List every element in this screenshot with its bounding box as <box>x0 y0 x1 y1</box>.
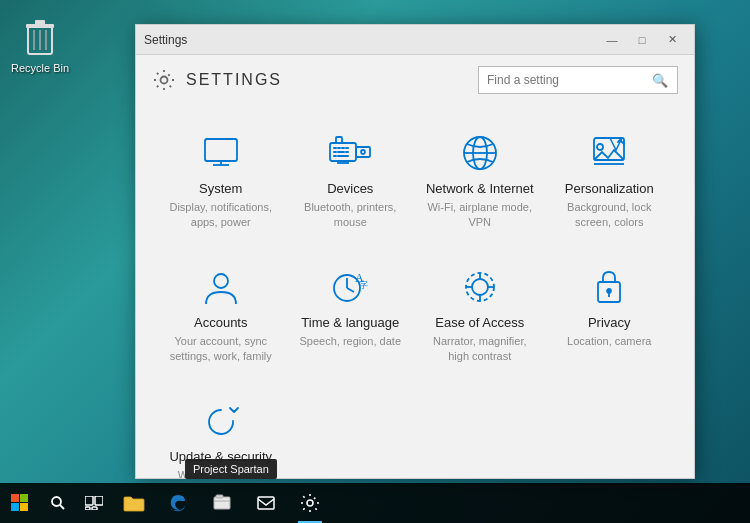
privacy-icon <box>594 267 624 307</box>
svg-rect-52 <box>85 496 93 505</box>
devices-icon <box>328 133 372 173</box>
taskbar-spartan[interactable] <box>244 483 288 523</box>
svg-rect-49 <box>20 503 28 511</box>
update-icon <box>202 401 240 441</box>
desktop: Recycle Bin Settings — □ ✕ SETTINGS <box>0 0 750 523</box>
svg-rect-11 <box>356 147 370 157</box>
personalization-desc: Background, lockscreen, colors <box>567 200 651 231</box>
tooltip-project-spartan: Project Spartan <box>185 459 277 479</box>
settings-item-system[interactable]: System Display, notifications,apps, powe… <box>156 115 286 249</box>
svg-rect-46 <box>11 494 19 502</box>
settings-gear-icon <box>152 68 176 92</box>
time-icon: A 字 <box>331 267 369 307</box>
svg-rect-54 <box>85 507 90 510</box>
recycle-bin-icon[interactable]: Recycle Bin <box>10 15 70 74</box>
svg-line-51 <box>60 505 64 509</box>
system-icon <box>201 133 241 173</box>
taskbar-file-manager[interactable] <box>200 483 244 523</box>
settings-item-network[interactable]: Network & Internet Wi-Fi, airplane mode,… <box>415 115 545 249</box>
svg-rect-13 <box>336 137 342 143</box>
start-button[interactable] <box>0 483 40 523</box>
title-bar-controls: — □ ✕ <box>598 30 686 50</box>
taskbar-settings[interactable] <box>288 483 332 523</box>
maximize-button[interactable]: □ <box>628 30 656 50</box>
accounts-name: Accounts <box>194 315 247 330</box>
privacy-name: Privacy <box>588 315 631 330</box>
svg-point-50 <box>52 497 61 506</box>
settings-header: SETTINGS 🔍 <box>136 55 694 105</box>
task-view-button[interactable] <box>76 483 112 523</box>
svg-point-44 <box>607 289 611 293</box>
settings-grid: System Display, notifications,apps, powe… <box>136 105 694 478</box>
title-bar: Settings — □ ✕ <box>136 25 694 55</box>
recycle-bin-label: Recycle Bin <box>11 62 69 74</box>
ease-icon <box>461 267 499 307</box>
search-icon: 🔍 <box>652 73 668 88</box>
svg-point-24 <box>361 150 365 154</box>
ease-name: Ease of Access <box>435 315 524 330</box>
svg-rect-12 <box>338 161 348 163</box>
settings-window: Settings — □ ✕ SETTINGS 🔍 <box>135 24 695 479</box>
svg-rect-59 <box>258 497 274 509</box>
taskbar-search-button[interactable] <box>40 483 76 523</box>
minimize-button[interactable]: — <box>598 30 626 50</box>
taskbar-edge[interactable] <box>156 483 200 523</box>
personalization-icon <box>590 133 628 173</box>
svg-rect-56 <box>214 497 230 509</box>
accounts-icon <box>202 267 240 307</box>
svg-rect-53 <box>95 496 103 505</box>
settings-item-personalization[interactable]: Personalization Background, lockscreen, … <box>545 115 675 249</box>
svg-text:字: 字 <box>359 280 368 290</box>
network-desc: Wi-Fi, airplane mode,VPN <box>427 200 532 231</box>
svg-rect-7 <box>205 139 237 161</box>
system-name: System <box>199 181 242 196</box>
taskbar <box>0 483 750 523</box>
taskbar-file-explorer[interactable] <box>112 483 156 523</box>
devices-desc: Bluetooth, printers,mouse <box>304 200 396 231</box>
svg-rect-48 <box>11 503 19 511</box>
time-desc: Speech, region, date <box>299 334 401 349</box>
devices-name: Devices <box>327 181 373 196</box>
svg-point-38 <box>472 279 488 295</box>
recycle-bin-graphic <box>20 15 60 59</box>
settings-item-privacy[interactable]: Privacy Location, camera <box>545 249 675 383</box>
search-input[interactable] <box>487 73 652 87</box>
svg-line-34 <box>347 288 354 292</box>
settings-item-time[interactable]: A 字 Time & language Speech, region, date <box>286 249 416 383</box>
svg-point-31 <box>214 274 228 288</box>
svg-point-60 <box>307 500 313 506</box>
svg-point-30 <box>597 144 603 150</box>
close-button[interactable]: ✕ <box>658 30 686 50</box>
ease-desc: Narrator, magnifier,high contrast <box>433 334 527 365</box>
settings-title: SETTINGS <box>186 71 468 89</box>
settings-item-devices[interactable]: Devices Bluetooth, printers,mouse <box>286 115 416 249</box>
settings-item-accounts[interactable]: Accounts Your account, syncsettings, wor… <box>156 249 286 383</box>
title-bar-title: Settings <box>144 33 598 47</box>
personalization-name: Personalization <box>565 181 654 196</box>
search-box[interactable]: 🔍 <box>478 66 678 94</box>
svg-rect-47 <box>20 494 28 502</box>
network-icon <box>461 133 499 173</box>
taskbar-pinned-apps <box>112 483 332 523</box>
settings-item-ease[interactable]: Ease of Access Narrator, magnifier,high … <box>415 249 545 383</box>
privacy-desc: Location, camera <box>567 334 651 349</box>
network-name: Network & Internet <box>426 181 534 196</box>
svg-rect-58 <box>216 495 223 498</box>
svg-rect-55 <box>92 507 97 510</box>
accounts-desc: Your account, syncsettings, work, family <box>170 334 272 365</box>
svg-rect-2 <box>35 20 45 25</box>
time-name: Time & language <box>301 315 399 330</box>
system-desc: Display, notifications,apps, power <box>169 200 272 231</box>
svg-point-6 <box>161 77 168 84</box>
